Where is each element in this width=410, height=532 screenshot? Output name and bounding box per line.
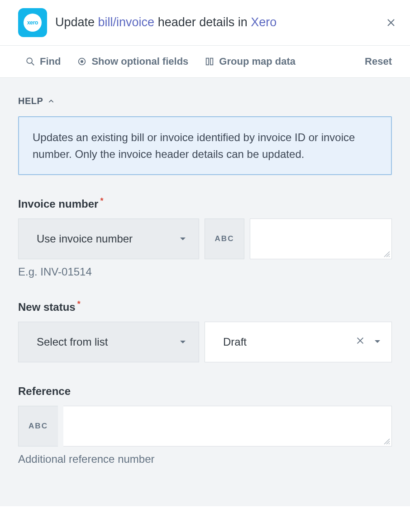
show-optional-fields-button[interactable]: Show optional fields bbox=[77, 56, 188, 67]
reference-label: Reference bbox=[18, 385, 392, 398]
title-prefix: Update bbox=[55, 15, 98, 29]
reference-label-text: Reference bbox=[18, 385, 71, 398]
field-new-status: New status * Select from list Draft bbox=[18, 301, 392, 362]
help-text: Updates an existing bill or invoice iden… bbox=[33, 131, 355, 160]
invoice-number-label-text: Invoice number bbox=[18, 198, 98, 210]
find-label: Find bbox=[40, 56, 61, 67]
reference-type-badge: ABC bbox=[18, 406, 58, 446]
title-middle: header details in bbox=[154, 15, 251, 29]
invoice-number-input-wrap bbox=[250, 218, 392, 259]
chevron-down-icon bbox=[373, 336, 381, 348]
group-map-label: Group map data bbox=[219, 56, 296, 67]
reference-input[interactable] bbox=[63, 406, 391, 446]
chevron-down-icon bbox=[179, 235, 187, 243]
app-logo-text: xero bbox=[24, 14, 42, 32]
svg-point-2 bbox=[81, 60, 84, 63]
clear-icon[interactable] bbox=[355, 336, 365, 348]
search-icon bbox=[25, 57, 35, 66]
chevron-up-icon bbox=[48, 98, 55, 105]
invoice-number-type-badge: ABC bbox=[205, 218, 244, 259]
reference-helper: Additional reference number bbox=[18, 453, 392, 466]
toolbar: Find Show optional fields Group map data… bbox=[0, 46, 410, 78]
invoice-number-mode-value: Use invoice number bbox=[37, 233, 133, 245]
help-box: Updates an existing bill or invoice iden… bbox=[18, 116, 392, 175]
required-mark: * bbox=[100, 197, 103, 205]
title-link-xero[interactable]: Xero bbox=[251, 15, 277, 29]
svg-point-0 bbox=[27, 58, 32, 63]
new-status-label-text: New status bbox=[18, 301, 76, 314]
new-status-mode-dropdown[interactable]: Select from list bbox=[18, 322, 199, 362]
new-status-select[interactable]: Draft bbox=[205, 322, 392, 362]
invoice-number-input[interactable] bbox=[250, 219, 391, 259]
eye-icon bbox=[77, 57, 87, 66]
svg-rect-3 bbox=[206, 58, 209, 65]
field-reference: Reference ABC Additional reference numbe… bbox=[18, 385, 392, 466]
group-map-data-button[interactable]: Group map data bbox=[205, 56, 296, 67]
invoice-number-mode-dropdown[interactable]: Use invoice number bbox=[18, 218, 199, 259]
new-status-label: New status * bbox=[18, 301, 392, 314]
show-optional-label: Show optional fields bbox=[91, 56, 188, 67]
field-invoice-number: Invoice number * Use invoice number ABC … bbox=[18, 198, 392, 278]
group-map-icon bbox=[205, 57, 215, 66]
new-status-mode-value: Select from list bbox=[37, 336, 108, 348]
reference-input-wrap bbox=[63, 406, 392, 446]
app-logo: xero bbox=[18, 8, 47, 37]
svg-rect-4 bbox=[210, 58, 213, 65]
invoice-number-helper: E.g. INV-01514 bbox=[18, 266, 392, 278]
help-label: HELP bbox=[18, 96, 43, 106]
close-icon[interactable] bbox=[385, 16, 397, 29]
dialog-header: xero Update bill/invoice header details … bbox=[0, 0, 410, 46]
required-mark: * bbox=[77, 300, 81, 308]
title-link-bill-invoice[interactable]: bill/invoice bbox=[98, 15, 155, 29]
chevron-down-icon bbox=[179, 338, 187, 346]
help-toggle[interactable]: HELP bbox=[18, 96, 392, 106]
form-body: HELP Updates an existing bill or invoice… bbox=[0, 78, 410, 506]
find-button[interactable]: Find bbox=[25, 56, 61, 67]
reset-button[interactable]: Reset bbox=[365, 56, 392, 67]
dialog-title: Update bill/invoice header details in Xe… bbox=[55, 14, 377, 30]
invoice-number-label: Invoice number * bbox=[18, 198, 392, 210]
new-status-value: Draft bbox=[223, 336, 347, 348]
